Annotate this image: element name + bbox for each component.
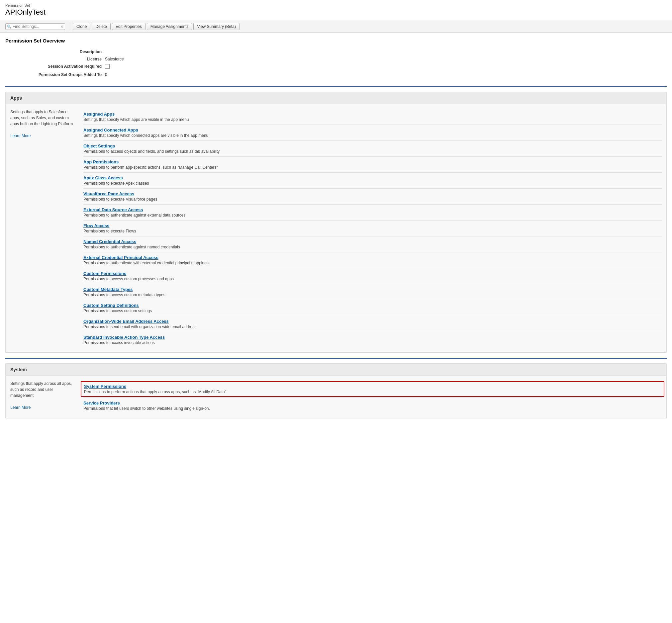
apps-link-8[interactable]: Named Credential Access: [83, 239, 136, 244]
view-summary-button[interactable]: View Summary (Beta): [193, 23, 239, 30]
search-clear-icon[interactable]: ✕: [60, 25, 63, 29]
apps-link-14[interactable]: Standard Invocable Action Type Access: [83, 335, 165, 340]
overview-title: Permission Set Overview: [5, 38, 667, 45]
apps-link-item: App Permissions Permissions to perform a…: [83, 157, 662, 173]
toolbar: 🔍 ✕ Clone Delete Edit Properties Manage …: [0, 21, 672, 33]
clone-button[interactable]: Clone: [73, 23, 90, 30]
edit-properties-button[interactable]: Edit Properties: [112, 23, 146, 30]
apps-link-13[interactable]: Organization-Wide Email Address Access: [83, 319, 169, 324]
apps-link-title-wrapper: External Data Source Access: [83, 207, 662, 212]
apps-link-title-wrapper: Custom Metadata Types: [83, 287, 662, 292]
system-link-1[interactable]: Service Providers: [83, 400, 120, 406]
apps-link-3[interactable]: App Permissions: [83, 159, 119, 165]
overview-label-groups: Permission Set Groups Added To: [32, 72, 105, 77]
page-header: Permission Set APIOnlyTest: [0, 0, 672, 21]
apps-link-title-wrapper: Object Settings: [83, 144, 662, 148]
apps-link-title-wrapper: Custom Permissions: [83, 271, 662, 276]
system-learn-more-link[interactable]: Learn More: [10, 405, 31, 410]
apps-sidebar-text: Settings that apply to Salesforce apps, …: [10, 110, 73, 126]
apps-link-desc-10: Permissions to access custom processes a…: [83, 277, 662, 281]
search-container: 🔍 ✕: [5, 23, 65, 30]
apps-link-desc-8: Permissions to authenticate against name…: [83, 245, 662, 249]
apps-links: Assigned Apps Settings that specify whic…: [83, 109, 662, 348]
system-link-0[interactable]: System Permissions: [84, 384, 126, 389]
system-link-desc-0: Permissions to perform actions that appl…: [84, 389, 661, 394]
apps-link-item: Custom Permissions Permissions to access…: [83, 268, 662, 284]
apps-link-item: Object Settings Permissions to access ob…: [83, 141, 662, 157]
apps-link-title-wrapper: Organization-Wide Email Address Access: [83, 319, 662, 324]
overview-value-license: Salesforce: [105, 57, 124, 61]
apps-link-desc-2: Permissions to access objects and fields…: [83, 149, 662, 154]
apps-link-item: Custom Setting Definitions Permissions t…: [83, 300, 662, 316]
apps-link-desc-4: Permissions to execute Apex classes: [83, 181, 662, 186]
apps-link-desc-9: Permissions to authenticate with externa…: [83, 261, 662, 265]
apps-link-item: Assigned Connected Apps Settings that sp…: [83, 125, 662, 141]
apps-link-desc-13: Permissions to send email with organizat…: [83, 324, 662, 329]
system-section-title: System: [6, 364, 666, 376]
apps-link-title-wrapper: Flow Access: [83, 223, 662, 228]
system-section: System Settings that apply across all ap…: [5, 363, 667, 418]
apps-link-title-wrapper: App Permissions: [83, 159, 662, 165]
system-body: Settings that apply across all apps, suc…: [6, 376, 666, 418]
system-link-item: System Permissions Permissions to perfor…: [83, 381, 662, 398]
apps-sidebar: Settings that apply to Salesforce apps, …: [10, 109, 83, 348]
overview-table: Description License Salesforce Session A…: [32, 48, 667, 78]
system-link-title-wrapper-1: Service Providers: [83, 400, 662, 406]
apps-link-title-wrapper: Visualforce Page Access: [83, 191, 662, 196]
system-link-item: Service Providers Permissions that let u…: [83, 398, 662, 413]
section-divider-system: [5, 358, 667, 359]
apps-link-item: Apex Class Access Permissions to execute…: [83, 173, 662, 189]
search-icon: 🔍: [7, 25, 11, 29]
manage-assignments-button[interactable]: Manage Assignments: [147, 23, 192, 30]
apps-link-item: External Data Source Access Permissions …: [83, 205, 662, 220]
overview-section: Permission Set Overview Description Lice…: [5, 38, 667, 78]
apps-link-item: Standard Invocable Action Type Access Pe…: [83, 332, 662, 348]
apps-link-item: External Credential Principal Access Per…: [83, 253, 662, 268]
apps-link-desc-6: Permissions to authenticate against exte…: [83, 213, 662, 217]
system-link-highlighted-wrapper: System Permissions Permissions to perfor…: [81, 381, 664, 397]
overview-label-session: Session Activation Required: [32, 64, 105, 69]
apps-link-1[interactable]: Assigned Connected Apps: [83, 127, 138, 132]
overview-row-license: License Salesforce: [32, 56, 667, 63]
overview-label-description: Description: [32, 50, 105, 54]
system-link-title-wrapper-0: System Permissions: [84, 384, 661, 389]
apps-link-9[interactable]: External Credential Principal Access: [83, 255, 158, 260]
apps-link-12[interactable]: Custom Setting Definitions: [83, 303, 139, 308]
apps-link-6[interactable]: External Data Source Access: [83, 207, 143, 212]
apps-link-item: Custom Metadata Types Permissions to acc…: [83, 284, 662, 300]
toolbar-divider: [70, 23, 70, 30]
apps-link-desc-1: Settings that specify which connected ap…: [83, 133, 662, 138]
system-sidebar: Settings that apply across all apps, suc…: [10, 381, 83, 413]
system-link-desc-1: Permissions that let users switch to oth…: [83, 406, 662, 411]
apps-link-desc-0: Settings that specify which apps are vis…: [83, 117, 662, 122]
apps-link-title-wrapper: Named Credential Access: [83, 239, 662, 244]
overview-row-groups: Permission Set Groups Added To 0: [32, 71, 667, 78]
apps-link-11[interactable]: Custom Metadata Types: [83, 287, 133, 292]
apps-link-2[interactable]: Object Settings: [83, 144, 115, 148]
session-checkbox[interactable]: [105, 64, 110, 69]
apps-link-10[interactable]: Custom Permissions: [83, 271, 126, 276]
apps-link-title-wrapper: Apex Class Access: [83, 175, 662, 180]
apps-link-desc-14: Permissions to access invocable actions: [83, 340, 662, 345]
apps-link-title-wrapper: External Credential Principal Access: [83, 255, 662, 260]
apps-section: Apps Settings that apply to Salesforce a…: [5, 92, 667, 353]
search-input[interactable]: [12, 24, 59, 29]
apps-link-item: Organization-Wide Email Address Access P…: [83, 316, 662, 332]
overview-row-session: Session Activation Required: [32, 63, 667, 71]
apps-link-desc-5: Permissions to execute Visualforce pages: [83, 197, 662, 202]
delete-button[interactable]: Delete: [92, 23, 111, 30]
apps-link-5[interactable]: Visualforce Page Access: [83, 191, 134, 196]
main-content: Permission Set Overview Description Lice…: [0, 33, 672, 424]
apps-link-item: Assigned Apps Settings that specify whic…: [83, 109, 662, 125]
apps-link-title-wrapper: Standard Invocable Action Type Access: [83, 335, 662, 340]
apps-link-4[interactable]: Apex Class Access: [83, 175, 123, 180]
apps-link-0[interactable]: Assigned Apps: [83, 112, 115, 117]
apps-link-item: Flow Access Permissions to execute Flows: [83, 220, 662, 236]
apps-learn-more-link[interactable]: Learn More: [10, 134, 31, 138]
page-title: APIOnlyTest: [5, 8, 667, 17]
apps-link-title-wrapper: Custom Setting Definitions: [83, 303, 662, 308]
apps-link-7[interactable]: Flow Access: [83, 223, 109, 228]
apps-link-item: Named Credential Access Permissions to a…: [83, 236, 662, 253]
apps-link-title-wrapper: Assigned Connected Apps: [83, 127, 662, 132]
apps-link-desc-12: Permissions to access custom settings: [83, 308, 662, 313]
